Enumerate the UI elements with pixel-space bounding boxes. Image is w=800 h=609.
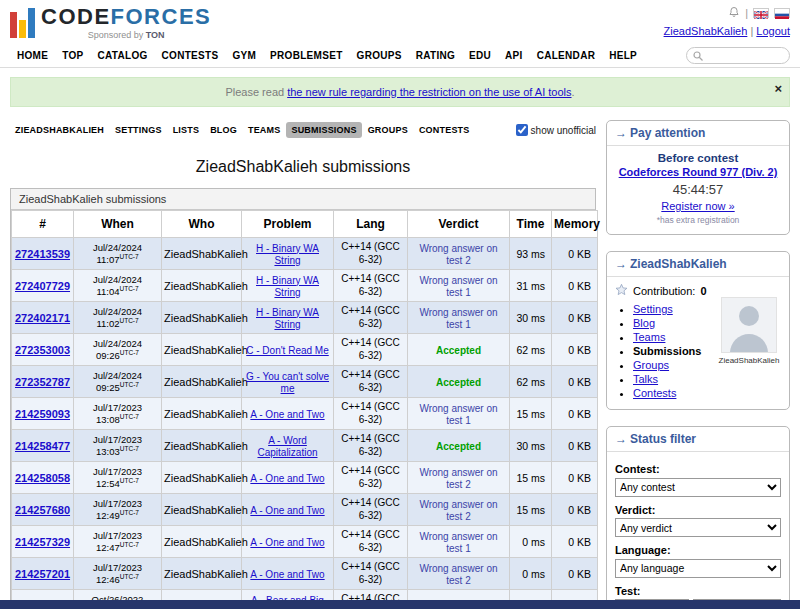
nav-item: RATING: [409, 44, 462, 67]
utc-offset: UTC-7: [120, 573, 139, 580]
time-cell: 62 ms: [510, 334, 552, 366]
who-link[interactable]: ZieadShabKalieh: [164, 280, 248, 292]
subnav-link-teams[interactable]: Teams: [243, 122, 286, 138]
submission-id-link[interactable]: 214258477: [15, 440, 70, 452]
who-link[interactable]: ZieadShabKalieh: [164, 504, 248, 516]
avatar[interactable]: [721, 297, 777, 353]
who-link[interactable]: ZieadShabKalieh: [164, 568, 248, 580]
register-now-link[interactable]: Register now »: [661, 200, 734, 212]
nav-link-gym[interactable]: GYM: [225, 44, 263, 67]
who-link[interactable]: ZieadShabKalieh: [164, 408, 248, 420]
show-unofficial-toggle[interactable]: show unofficial: [516, 124, 596, 136]
nav-link-home[interactable]: HOME: [10, 44, 55, 67]
problem-link[interactable]: H - Binary WA String: [256, 275, 319, 298]
column-header-lang: Lang: [334, 211, 408, 238]
who-link[interactable]: ZieadShabKalieh: [164, 440, 248, 452]
submission-id-link[interactable]: 272352787: [15, 376, 70, 388]
problem-link[interactable]: H - Binary WA String: [256, 307, 319, 330]
who-cell: ZieadShabKalieh: [162, 398, 242, 430]
show-unofficial-checkbox[interactable]: [516, 124, 528, 136]
submission-id-link[interactable]: 214257201: [15, 568, 70, 580]
subnav-link-submissions[interactable]: Submissions: [286, 122, 361, 138]
problem-link[interactable]: C - Don't Read Me: [246, 345, 329, 356]
problem-link[interactable]: A - One and Two: [250, 505, 324, 516]
subnav-link-contests[interactable]: Contests: [414, 122, 475, 138]
who-link[interactable]: ZieadShabKalieh: [164, 344, 248, 356]
nav-link-help[interactable]: HELP: [602, 44, 644, 67]
submission-row: 214258477Jul/17/202313:03UTC-7ZieadShabK…: [12, 430, 598, 462]
content: ZieadShabKaliehSettingsListsBlogTeamsSub…: [0, 116, 800, 609]
codeforces-logo[interactable]: CODEFORCES Sponsored by TON: [10, 6, 211, 40]
subnav-link-settings[interactable]: Settings: [110, 122, 167, 138]
logout-link[interactable]: Logout: [756, 25, 790, 37]
memory-cell: 0 KB: [552, 430, 598, 462]
user-link-teams[interactable]: Teams: [633, 331, 665, 343]
subnav-link-blog[interactable]: Blog: [205, 122, 242, 138]
nav-link-contests[interactable]: CONTESTS: [155, 44, 226, 67]
header-icons-row: |: [664, 6, 790, 20]
problem-link[interactable]: A - One and Two: [250, 569, 324, 580]
user-link-talks[interactable]: Talks: [633, 373, 658, 385]
nav-item: TOP: [55, 44, 90, 67]
logo-text-secondary: FORCES: [111, 4, 212, 29]
nav-link-problemset[interactable]: PROBLEMSET: [263, 44, 349, 67]
subnav-link-groups[interactable]: Groups: [363, 122, 413, 138]
who-link[interactable]: ZieadShabKalieh: [164, 536, 248, 548]
nav-link-groups[interactable]: GROUPS: [350, 44, 409, 67]
user-link-blog[interactable]: Blog: [633, 317, 655, 329]
submission-id-link[interactable]: 272407729: [15, 280, 70, 292]
time-cell: 30 ms: [510, 430, 552, 462]
problem-link[interactable]: H - Binary WA String: [256, 243, 319, 266]
uk-flag-icon[interactable]: [753, 8, 769, 18]
nav-link-catalog[interactable]: CATALOG: [90, 44, 154, 67]
submission-id-link[interactable]: 272353003: [15, 344, 70, 356]
contest-select[interactable]: Any contest: [615, 478, 781, 497]
subnav-link-lists[interactable]: Lists: [168, 122, 205, 138]
nav-link-api[interactable]: API: [498, 44, 530, 67]
username-link[interactable]: ZieadShabKalieh: [664, 25, 748, 37]
user-link-submissions[interactable]: Submissions: [633, 345, 701, 357]
nav-link-calendar[interactable]: CALENDAR: [530, 44, 603, 67]
who-link[interactable]: ZieadShabKalieh: [164, 472, 248, 484]
bell-icon[interactable]: [728, 6, 740, 20]
submission-id-link[interactable]: 214258058: [15, 472, 70, 484]
verdict-cell: Wrong answer on test 2: [408, 462, 510, 494]
user-link-settings[interactable]: Settings: [633, 303, 673, 315]
user-link-groups[interactable]: Groups: [633, 359, 669, 371]
problem-link[interactable]: A - Word Capitalization: [257, 435, 317, 458]
nav-link-rating[interactable]: RATING: [409, 44, 462, 67]
problem-link[interactable]: A - One and Two: [250, 409, 324, 420]
nav-link-edu[interactable]: EDU: [462, 44, 498, 67]
banner-close-icon[interactable]: ×: [774, 81, 782, 96]
submissions-table: #WhenWhoProblemLangVerdictTimeMemory 272…: [11, 210, 598, 609]
table-header-row: #WhenWhoProblemLangVerdictTimeMemory: [12, 211, 598, 238]
column-header-num: #: [12, 211, 74, 238]
problem-link[interactable]: A - One and Two: [250, 537, 324, 548]
contest-link[interactable]: Codeforces Round 977 (Div. 2): [619, 166, 778, 178]
submission-row: 214257201Jul/17/202312:46UTC-7ZieadShabK…: [12, 558, 598, 590]
user-link-contests[interactable]: Contests: [633, 387, 676, 399]
nav-item: GROUPS: [350, 44, 409, 67]
who-link[interactable]: ZieadShabKalieh: [164, 376, 248, 388]
submission-id-link[interactable]: 214257680: [15, 504, 70, 516]
ru-flag-icon[interactable]: [774, 8, 790, 18]
verdict-select[interactable]: Any verdict: [615, 518, 781, 537]
footer-bar: [0, 600, 800, 609]
user-box-left: Contribution: 0 SettingsBlogTeamsSubmiss…: [615, 283, 717, 401]
language-select[interactable]: Any language: [615, 559, 781, 578]
submission-id-link[interactable]: 272402171: [15, 312, 70, 324]
who-link[interactable]: ZieadShabKalieh: [164, 312, 248, 324]
nav-item: CONTESTS: [155, 44, 226, 67]
when-cell: Jul/17/202312:46UTC-7: [74, 558, 162, 590]
problem-link[interactable]: A - One and Two: [250, 473, 324, 484]
submission-id-link[interactable]: 214259093: [15, 408, 70, 420]
who-link[interactable]: ZieadShabKalieh: [164, 248, 248, 260]
submission-id-link[interactable]: 272413539: [15, 248, 70, 260]
subnav-link-zieadshabkalieh[interactable]: ZieadShabKalieh: [10, 122, 109, 138]
banner-link[interactable]: the new rule regarding the restriction o…: [287, 86, 571, 98]
pay-attention-box: →Pay attention Before contest Codeforces…: [606, 120, 790, 235]
nav-link-top[interactable]: TOP: [55, 44, 90, 67]
problem-link[interactable]: G - You can't solve me: [246, 371, 329, 394]
submission-id-link[interactable]: 214257329: [15, 536, 70, 548]
lang-cell: C++14 (GCC 6-32): [334, 238, 408, 270]
